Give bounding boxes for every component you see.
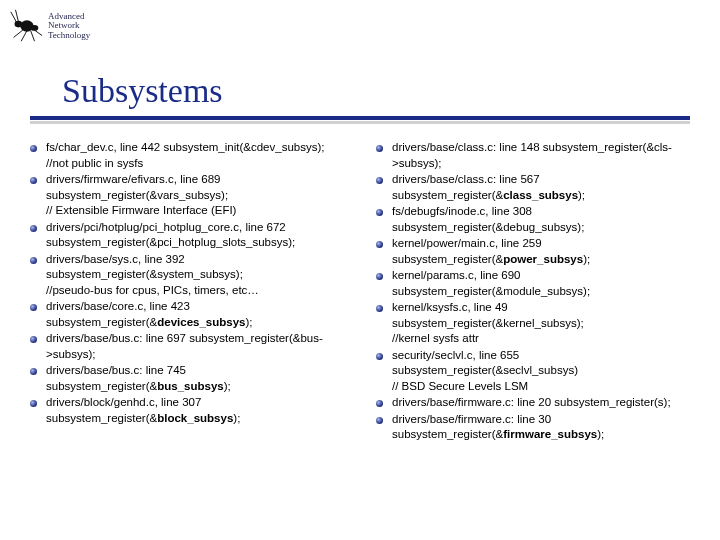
- ant-icon: [6, 7, 44, 45]
- left-column: fs/char_dev.c, line 442 subsystem_init(&…: [30, 140, 350, 530]
- list-item: drivers/base/core.c, line 423 subsystem_…: [30, 299, 350, 330]
- list-item: drivers/base/class.c: line 567 subsystem…: [376, 172, 696, 203]
- content-columns: fs/char_dev.c, line 442 subsystem_init(&…: [30, 140, 696, 530]
- list-item: drivers/base/sys.c, line 392 subsystem_r…: [30, 252, 350, 299]
- list-item: fs/debugfs/inode.c, line 308 subsystem_r…: [376, 204, 696, 235]
- list-item: security/seclvl.c, line 655 subsystem_re…: [376, 348, 696, 395]
- right-column: drivers/base/class.c: line 148 subsystem…: [376, 140, 696, 530]
- list-item: kernel/params.c, line 690 subsystem_regi…: [376, 268, 696, 299]
- list-item: drivers/base/firmware.c: line 30 subsyst…: [376, 412, 696, 443]
- list-item: drivers/base/firmware.c: line 20 subsyst…: [376, 395, 696, 411]
- list-item: kernel/power/main.c, line 259 subsystem_…: [376, 236, 696, 267]
- list-item: kernel/ksysfs.c, line 49 subsystem_regis…: [376, 300, 696, 347]
- list-item: drivers/firmware/efivars.c, line 689 sub…: [30, 172, 350, 219]
- list-item: drivers/base/bus.c: line 745 subsystem_r…: [30, 363, 350, 394]
- logo-text: Advanced Network Technology: [48, 12, 90, 40]
- list-item: drivers/block/genhd.c, line 307 subsyste…: [30, 395, 350, 426]
- logo: Advanced Network Technology: [6, 4, 126, 48]
- list-item: drivers/pci/hotplug/pci_hotplug_core.c, …: [30, 220, 350, 251]
- title-rule: [30, 116, 690, 120]
- list-item: drivers/base/bus.c: line 697 subsystem_r…: [30, 331, 350, 362]
- logo-line-3: Technology: [48, 31, 90, 40]
- page-title: Subsystems: [62, 72, 223, 110]
- list-item: drivers/base/class.c: line 148 subsystem…: [376, 140, 696, 171]
- list-item: fs/char_dev.c, line 442 subsystem_init(&…: [30, 140, 350, 171]
